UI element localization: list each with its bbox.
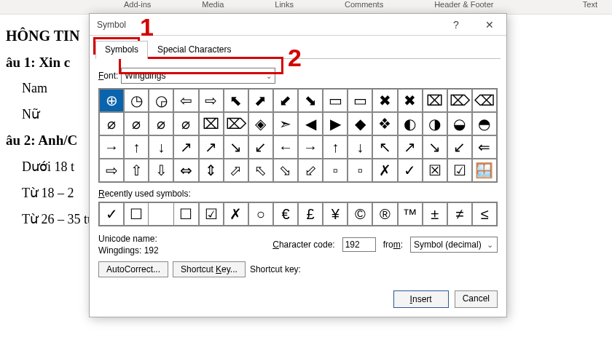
recent-symbol-cell[interactable]: ✗	[224, 202, 248, 226]
tab-special-characters[interactable]: Special Characters	[148, 41, 240, 59]
symbol-cell[interactable]: ↖	[372, 135, 397, 159]
symbol-cell[interactable]: ↗	[398, 135, 423, 159]
symbol-cell[interactable]: ⌦	[224, 112, 248, 135]
symbol-cell[interactable]: ↘	[423, 135, 447, 159]
charcode-input[interactable]	[342, 237, 376, 252]
symbol-cell[interactable]: ◷	[124, 89, 149, 112]
symbol-cell[interactable]: ↑	[124, 135, 149, 159]
symbol-cell[interactable]: ⇧	[124, 159, 149, 182]
help-button[interactable]: ?	[439, 14, 473, 36]
close-button[interactable]: ✕	[473, 14, 506, 36]
symbol-cell[interactable]: ←	[273, 135, 298, 159]
font-select[interactable]: Wingdings ⌄	[121, 68, 275, 84]
tab-symbols[interactable]: Symbols	[95, 41, 148, 59]
symbol-cell[interactable]: ↙	[248, 135, 273, 159]
symbol-cell[interactable]: ◆	[348, 112, 372, 135]
recent-symbols-grid[interactable]: ✓☐☐☑✗○€£¥©®™±≠≤	[98, 202, 498, 226]
from-select[interactable]: Symbol (decimal)	[410, 237, 498, 253]
symbol-cell[interactable]: ⬈	[248, 89, 273, 112]
autocorrect-button[interactable]: AutoCorrect...	[98, 261, 168, 277]
symbol-cell[interactable]: ⌀	[99, 112, 124, 135]
symbol-cell[interactable]: ⌫	[472, 89, 497, 112]
symbol-cell[interactable]: ⬀	[224, 159, 248, 182]
recent-symbol-cell[interactable]: ☑	[199, 202, 224, 226]
symbol-cell[interactable]: ⇕	[199, 159, 224, 182]
symbol-cell[interactable]: ⇔	[173, 159, 198, 182]
symbol-cell[interactable]: →	[298, 135, 323, 159]
symbol-cell[interactable]: ▶	[323, 112, 348, 135]
symbol-cell[interactable]: ⇩	[149, 159, 173, 182]
symbol-grid[interactable]: ⊕◷◶⇦⇨⬉⬈⬋⬊▭▭✖✖⌧⌦⌫⌀⌀⌀⌀⌧⌦◈➣◀▶◆❖◐◑◒◓→↑↓↗↗↘↙←…	[98, 88, 498, 183]
symbol-cell[interactable]: ◈	[248, 112, 273, 135]
symbol-cell[interactable]: ↑	[323, 135, 348, 159]
symbol-cell[interactable]: ⇨	[199, 89, 224, 112]
recent-symbol-cell[interactable]: ☐	[173, 202, 198, 226]
symbol-cell[interactable]: ▫	[348, 159, 372, 182]
symbol-cell[interactable]: ◐	[398, 112, 423, 135]
symbol-cell[interactable]: ◀	[298, 112, 323, 135]
symbol-cell[interactable]: ⇦	[173, 89, 198, 112]
symbol-cell[interactable]: ▭	[323, 89, 348, 112]
symbol-cell[interactable]: ☑	[447, 159, 472, 182]
symbol-cell[interactable]: ↙	[447, 135, 472, 159]
tab-label: Symbols	[105, 44, 138, 55]
recent-label: Recently used symbols:	[98, 189, 498, 199]
symbol-cell[interactable]: ✓	[398, 159, 423, 182]
ribbon-item[interactable]: Header & Footer	[434, 0, 493, 9]
symbol-cell[interactable]: ⬃	[298, 159, 323, 182]
symbol-cell[interactable]: ⇨	[99, 159, 124, 182]
symbol-cell[interactable]: ↗	[199, 135, 224, 159]
symbol-cell[interactable]: ☒	[423, 159, 447, 182]
symbol-cell[interactable]: 🪟	[472, 159, 497, 182]
ribbon-item[interactable]: Media	[202, 0, 224, 9]
symbol-cell[interactable]: ⬊	[298, 89, 323, 112]
symbol-cell[interactable]: ↓	[348, 135, 372, 159]
recent-symbol-cell[interactable]: ≤	[472, 202, 497, 226]
symbol-cell[interactable]: ◓	[472, 112, 497, 135]
symbol-cell[interactable]: ⌀	[173, 112, 198, 135]
symbol-cell[interactable]: ➣	[273, 112, 298, 135]
recent-symbol-cell[interactable]: ○	[248, 202, 273, 226]
symbol-cell[interactable]: ⊕	[99, 89, 124, 112]
symbol-cell[interactable]: ⌀	[124, 112, 149, 135]
symbol-cell[interactable]: →	[99, 135, 124, 159]
ribbon-item[interactable]: Comments	[345, 0, 383, 9]
symbol-cell[interactable]: ⌦	[447, 89, 472, 112]
symbol-cell[interactable]: ✖	[398, 89, 423, 112]
symbol-cell[interactable]: ⬁	[248, 159, 273, 182]
symbol-cell[interactable]: ◶	[149, 89, 173, 112]
shortcut-key-button[interactable]: Shortcut Key...	[173, 261, 246, 277]
recent-symbol-cell[interactable]: £	[298, 202, 323, 226]
recent-symbol-cell[interactable]: ©	[348, 202, 372, 226]
symbol-cell[interactable]: ▫	[323, 159, 348, 182]
symbol-cell[interactable]: ❖	[372, 112, 397, 135]
recent-symbol-cell[interactable]: ™	[398, 202, 423, 226]
symbol-cell[interactable]: ▭	[348, 89, 372, 112]
cancel-button[interactable]: Cancel	[455, 290, 498, 308]
symbol-cell[interactable]: ↓	[149, 135, 173, 159]
recent-symbol-cell[interactable]: ≠	[447, 202, 472, 226]
symbol-cell[interactable]: ↗	[173, 135, 198, 159]
symbol-cell[interactable]: ◑	[423, 112, 447, 135]
recent-symbol-cell[interactable]: ±	[423, 202, 447, 226]
recent-symbol-cell[interactable]: €	[273, 202, 298, 226]
symbol-cell[interactable]: ⬉	[224, 89, 248, 112]
recent-symbol-cell[interactable]: ¥	[323, 202, 348, 226]
symbol-cell[interactable]: ⌀	[149, 112, 173, 135]
ribbon-item[interactable]: Add-ins	[124, 0, 151, 9]
symbol-cell[interactable]: ⌧	[423, 89, 447, 112]
symbol-cell[interactable]: ⌧	[199, 112, 224, 135]
symbol-cell[interactable]: ↘	[224, 135, 248, 159]
symbol-cell[interactable]: ◒	[447, 112, 472, 135]
recent-symbol-cell[interactable]: ✓	[99, 202, 124, 226]
symbol-cell[interactable]: ⇐	[472, 135, 497, 159]
insert-button[interactable]: Insert	[393, 290, 449, 308]
titlebar[interactable]: Symbol ? ✕	[90, 14, 506, 36]
symbol-cell[interactable]: ✖	[372, 89, 397, 112]
symbol-cell[interactable]: ⬋	[273, 89, 298, 112]
recent-symbol-cell[interactable]: ®	[372, 202, 397, 226]
ribbon-item[interactable]: Links	[275, 0, 294, 9]
symbol-cell[interactable]: ⬂	[273, 159, 298, 182]
recent-symbol-cell[interactable]: ☐	[124, 202, 149, 226]
symbol-cell[interactable]: ✗	[372, 159, 397, 182]
